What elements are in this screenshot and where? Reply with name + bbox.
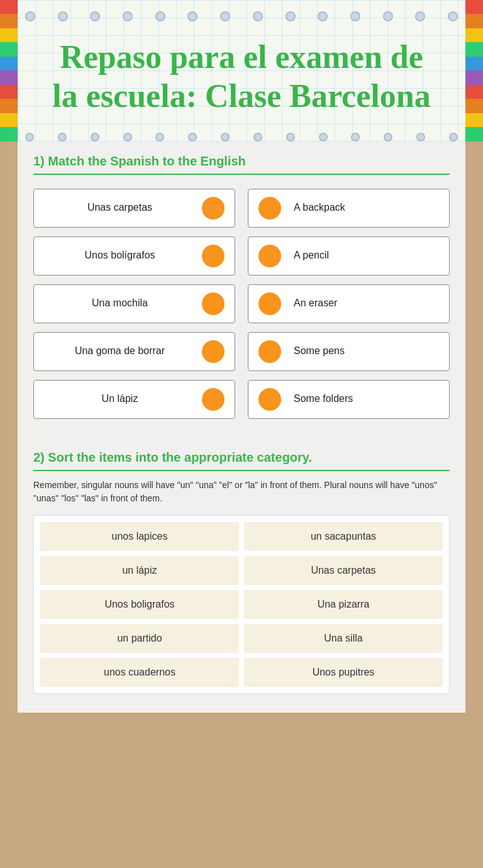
match-left-dot-5[interactable] [202,388,225,411]
right-column: A backpack A pencil An eraser Some pens … [248,189,450,419]
match-left-text-3: Una mochila [44,297,196,310]
match-right-1[interactable]: A backpack [248,189,450,228]
match-left-dot-1[interactable] [202,197,225,220]
spiral-14 [449,133,458,142]
match-right-dot-4[interactable] [258,340,281,363]
match-right-5[interactable]: Some folders [248,380,450,419]
match-right-dot-3[interactable] [258,292,281,315]
match-left-text-1: Unas carpetas [44,201,196,214]
hole-5 [155,11,165,21]
match-left-text-4: Una goma de borrar [44,345,196,358]
page-title: Repaso para el examen de la escuela: Cla… [38,25,445,123]
color-strip-right [465,0,483,142]
main-content: 1) Match the Spanish to the English Unas… [18,142,465,713]
section2-title: 2) Sort the items into the appropriate c… [33,450,450,471]
match-left-dot-3[interactable] [202,292,225,315]
hole-punches-top [25,11,458,21]
hole-12 [383,11,393,21]
match-right-3[interactable]: An eraser [248,284,450,323]
hole-4 [123,11,133,21]
sort-item-3[interactable]: Unas carpetas [244,556,443,585]
bottom-decoration [0,713,483,750]
hole-8 [253,11,263,21]
hole-6 [187,11,197,21]
spiral-4 [123,133,132,142]
match-right-text-2: A pencil [289,249,439,262]
hole-3 [90,11,100,21]
hole-11 [350,11,360,21]
match-right-2[interactable]: A pencil [248,236,450,275]
match-left-text-2: Unos bolígrafos [44,249,196,262]
match-right-text-4: Some pens [289,345,439,358]
spiral-3 [91,133,99,142]
match-left-2[interactable]: Unos bolígrafos [33,236,235,275]
hole-2 [58,11,68,21]
hole-9 [286,11,296,21]
match-right-dot-2[interactable] [258,245,281,267]
hole-7 [220,11,230,21]
spiral-2 [58,133,67,142]
match-left-4[interactable]: Una goma de borrar [33,332,235,371]
match-container: Unas carpetas Unos bolígrafos Una mochil… [33,182,450,431]
sort-item-7[interactable]: Una silla [244,624,443,653]
color-strip-left [0,0,18,142]
match-right-text-1: A backpack [289,201,439,214]
sort-item-1[interactable]: un sacapuntas [244,522,443,551]
spiral-8 [253,133,262,142]
spiral-1 [25,133,34,142]
match-right-text-3: An eraser [289,297,439,310]
hole-14 [448,11,458,21]
match-right-dot-1[interactable] [258,197,281,220]
spiral-13 [416,133,425,142]
spiral-9 [286,133,295,142]
sort-item-9[interactable]: Unos pupitres [244,658,443,687]
match-left-dot-2[interactable] [202,245,225,267]
match-right-text-5: Some folders [289,392,439,406]
sort-item-5[interactable]: Una pizarra [244,590,443,619]
spiral-5 [155,133,164,142]
match-left-5[interactable]: Un lápiz [33,380,235,419]
spiral-6 [188,133,197,142]
spiral-7 [221,133,230,142]
hole-10 [318,11,328,21]
section2: 2) Sort the items into the appropriate c… [33,450,450,694]
hole-13 [415,11,425,21]
section2-subtitle: Remember, singular nouns will have "un" … [33,479,450,505]
sort-item-4[interactable]: Unos boligrafos [40,590,239,619]
spiral-10 [319,133,328,142]
match-right-dot-5[interactable] [258,388,281,411]
spiral-11 [351,133,360,142]
section1-title: 1) Match the Spanish to the English [33,154,450,175]
match-left-dot-4[interactable] [202,340,225,363]
sort-grid: unos lapices un sacapuntas un lápiz Unas… [33,515,450,694]
spiral-12 [384,133,392,142]
spiral-binding-bottom [25,133,458,142]
sort-item-8[interactable]: unos cuadernos [40,658,239,687]
match-left-1[interactable]: Unas carpetas [33,189,235,228]
match-left-3[interactable]: Una mochila [33,284,235,323]
left-column: Unas carpetas Unos bolígrafos Una mochil… [33,189,235,419]
hole-1 [25,11,35,21]
sort-item-6[interactable]: un partido [40,624,239,653]
match-right-4[interactable]: Some pens [248,332,450,371]
sort-item-0[interactable]: unos lapices [40,522,239,551]
sort-item-2[interactable]: un lápiz [40,556,239,585]
header-section: Repaso para el examen de la escuela: Cla… [0,0,483,142]
match-left-text-5: Un lápiz [44,392,196,406]
section1: 1) Match the Spanish to the English Unas… [33,154,450,431]
